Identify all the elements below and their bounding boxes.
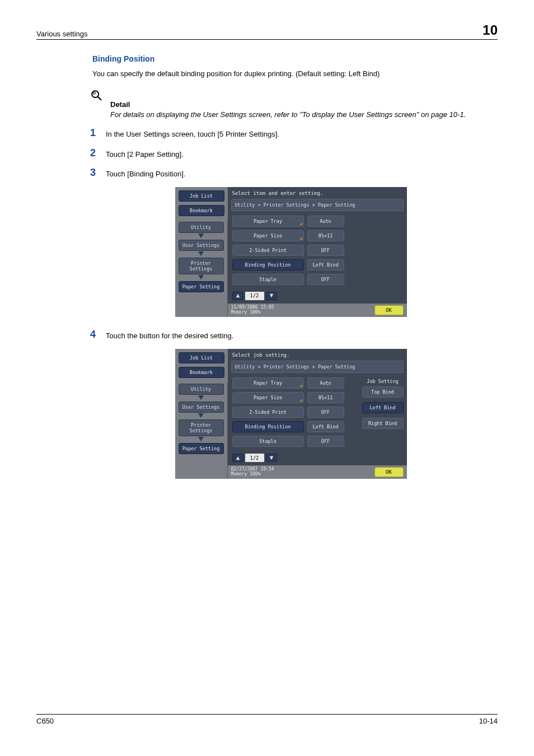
row-binding-position[interactable]: Binding PositionLeft Bind: [232, 421, 357, 432]
header-chapter-number: 10: [483, 22, 498, 38]
ok-button[interactable]: OK: [374, 305, 404, 315]
job-setting-panel: Job Setting Top Bind Left Bind Right Bin…: [361, 376, 407, 465]
step-number: 3: [90, 167, 106, 178]
row-paper-size[interactable]: Paper Size8½×11: [232, 392, 357, 403]
step-number: 4: [90, 329, 106, 339]
svg-marker-5: [198, 275, 204, 279]
device-panel-b: Job List Bookmark Utility User Settings …: [175, 349, 407, 479]
row-staple[interactable]: StapleOFF: [232, 436, 357, 447]
label: Paper Size: [232, 392, 304, 403]
option-right-bind[interactable]: Right Bind: [362, 418, 404, 429]
pager: 1/2: [232, 292, 402, 300]
value: Left Bind: [307, 421, 344, 432]
crumb-utility[interactable]: Utility: [179, 384, 224, 395]
step-4: 4 Touch the button for the desired setti…: [92, 329, 489, 341]
page-header: Various settings 10: [36, 22, 498, 40]
option-top-bind[interactable]: Top Bind: [362, 386, 404, 398]
panel-title: Select job setting.: [228, 349, 407, 360]
crumb-paper-setting[interactable]: Paper Setting: [179, 281, 224, 292]
crumb-user-settings[interactable]: User Settings: [179, 402, 224, 413]
detail-body: For details on displaying the User Setti…: [110, 110, 489, 120]
page-footer: C650 10-14: [36, 714, 498, 725]
row-2sided-print[interactable]: 2-Sided PrintOFF: [232, 245, 402, 256]
value: OFF: [307, 245, 344, 256]
label: Staple: [232, 436, 304, 447]
ok-button[interactable]: OK: [374, 467, 404, 477]
label: Paper Tray: [232, 377, 304, 389]
status-bar: 11/09/2006 15:05 Memory 100% OK: [228, 304, 407, 317]
page-indicator: 1/2: [245, 454, 264, 462]
panel-title: Select item and enter setting.: [228, 187, 407, 198]
page-up-button[interactable]: [232, 454, 243, 462]
page-down-button[interactable]: [266, 292, 277, 300]
magnifier-icon: [90, 89, 102, 101]
footer-model: C650: [36, 717, 54, 725]
option-left-bind[interactable]: Left Bind: [362, 402, 404, 413]
row-2sided-print[interactable]: 2-Sided PrintOFF: [232, 407, 357, 418]
crumb-printer-settings[interactable]: Printer Settings: [179, 258, 224, 274]
chevron-down-icon: [179, 251, 224, 257]
chevron-down-icon: [179, 437, 224, 442]
step-number: 2: [90, 148, 106, 158]
row-binding-position[interactable]: Binding PositionLeft Bind: [232, 259, 402, 270]
svg-point-1: [93, 92, 96, 95]
job-setting-title: Job Setting: [362, 377, 404, 386]
status-memory: Memory 100%: [231, 472, 374, 477]
value: Auto: [307, 377, 344, 389]
crumb-paper-setting[interactable]: Paper Setting: [179, 443, 224, 454]
value: Auto: [307, 216, 344, 227]
status-memory: Memory 100%: [231, 310, 374, 315]
step-text: Touch [Binding Position].: [106, 167, 185, 179]
main-area: Select item and enter setting. Utility >…: [228, 187, 407, 317]
crumb-user-settings[interactable]: User Settings: [179, 240, 224, 251]
section-title: Binding Position: [92, 54, 489, 63]
row-staple[interactable]: StapleOFF: [232, 274, 402, 285]
value: Left Bind: [307, 259, 344, 270]
tab-job-list[interactable]: Job List: [179, 190, 224, 202]
label: Paper Tray: [232, 216, 304, 227]
svg-marker-8: [198, 395, 204, 400]
tab-bookmark[interactable]: Bookmark: [179, 367, 224, 378]
step-number: 1: [90, 128, 106, 138]
step-3: 3 Touch [Binding Position].: [92, 167, 489, 179]
svg-marker-4: [198, 251, 204, 256]
sidebar: Job List Bookmark Utility User Settings …: [175, 187, 228, 317]
breadcrumb: Utility > Printer Settings > Paper Setti…: [231, 361, 404, 373]
svg-marker-9: [198, 413, 204, 418]
footer-page-number: 10-14: [479, 717, 498, 725]
step-2: 2 Touch [2 Paper Setting].: [92, 148, 489, 160]
label: Binding Position: [232, 259, 304, 270]
pager: 1/2: [232, 454, 357, 462]
svg-marker-12: [269, 456, 273, 459]
detail-block: Detail For details on displaying the Use…: [92, 89, 489, 120]
page-indicator: 1/2: [245, 292, 264, 300]
sidebar: Job List Bookmark Utility User Settings …: [175, 349, 228, 479]
row-paper-size[interactable]: Paper Size8½×11: [232, 230, 402, 241]
detail-label: Detail: [110, 100, 489, 109]
label: 2-Sided Print: [232, 407, 304, 418]
label: 2-Sided Print: [232, 245, 304, 256]
header-section: Various settings: [36, 30, 88, 38]
main-area: Select job setting. Utility > Printer Se…: [228, 349, 407, 479]
value: OFF: [307, 274, 344, 285]
chevron-down-icon: [179, 413, 224, 419]
step-text: In the User Settings screen, touch [5 Pr…: [106, 128, 279, 139]
row-paper-tray[interactable]: Paper TrayAuto: [232, 377, 357, 389]
svg-marker-10: [198, 437, 204, 441]
page-down-button[interactable]: [266, 454, 277, 462]
breadcrumb: Utility > Printer Settings > Paper Setti…: [231, 199, 404, 211]
page-up-button[interactable]: [232, 292, 243, 300]
tab-job-list[interactable]: Job List: [179, 352, 224, 363]
crumb-utility[interactable]: Utility: [179, 222, 224, 233]
chevron-down-icon: [179, 275, 224, 281]
value: 8½×11: [307, 230, 344, 241]
tab-bookmark[interactable]: Bookmark: [179, 205, 224, 216]
row-paper-tray[interactable]: Paper TrayAuto: [232, 216, 402, 227]
crumb-printer-settings[interactable]: Printer Settings: [179, 419, 224, 436]
status-bar: 02/27/2007 19:54 Memory 100% OK: [228, 465, 407, 479]
step-text: Touch the button for the desired setting…: [106, 329, 233, 341]
svg-marker-11: [236, 456, 239, 459]
label: Staple: [232, 274, 304, 285]
value: OFF: [307, 436, 344, 447]
value: 8½×11: [307, 392, 344, 403]
